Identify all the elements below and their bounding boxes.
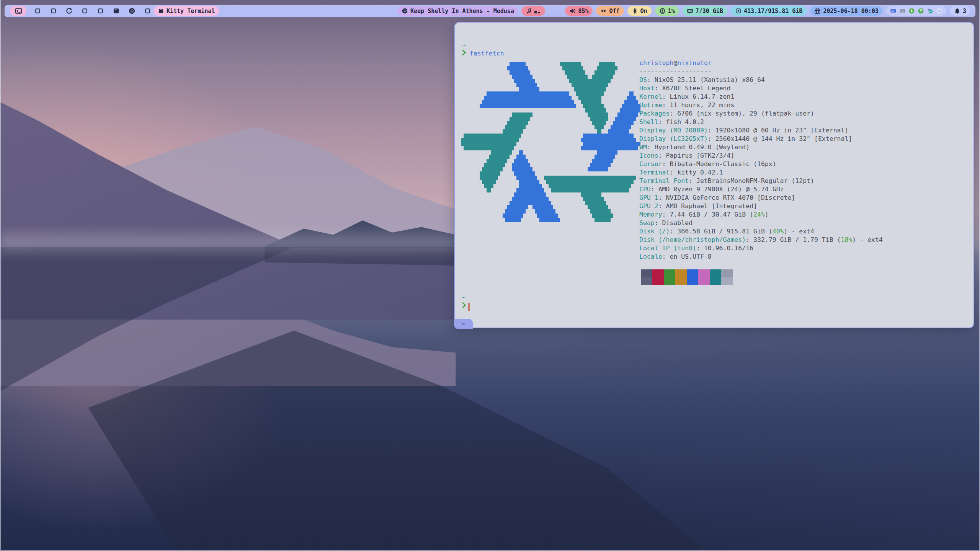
fastfetch-output: christoph@nixinator-------------------OS… — [639, 59, 883, 261]
desktop: Kitty Terminal Keep Shelly In Athens - M… — [0, 0, 980, 551]
status-label: 2025-06-18 00:03 — [823, 8, 879, 15]
fastfetch-line: christoph@nixinator — [639, 59, 883, 67]
status-label: 85% — [578, 8, 588, 15]
palette-swatch — [652, 269, 664, 277]
prompt-cwd: ~ — [462, 293, 466, 302]
status-label: 413.17/915.81 GiB — [744, 8, 803, 15]
palette-swatch — [664, 277, 675, 285]
square-icon — [97, 7, 104, 15]
window-icon — [113, 7, 120, 15]
workspace-6[interactable] — [96, 7, 105, 16]
ram-icon — [687, 8, 693, 14]
tray-icon-spotify-light[interactable] — [936, 8, 942, 14]
tray-icon-sync-check[interactable] — [927, 8, 933, 14]
status-idle-inhibitor[interactable]: Off — [596, 6, 624, 16]
fastfetch-line: Uptime: 11 hours, 22 mins — [639, 101, 883, 109]
terminal-color-palette — [641, 269, 733, 285]
workspace-3[interactable] — [49, 7, 58, 16]
tray-icon-keyboard-blue[interactable] — [890, 8, 897, 14]
status-disk[interactable]: 413.17/915.81 GiB — [731, 6, 807, 16]
status-clock[interactable]: 2025-06-18 00:03 — [810, 6, 883, 16]
system-tray — [886, 6, 946, 16]
eye-icon — [600, 8, 607, 14]
fastfetch-line: ------------------- — [639, 67, 883, 76]
prompt-cwd: ~ — [462, 41, 466, 49]
nixos-logo — [461, 58, 640, 226]
palette-swatch — [664, 269, 675, 277]
square-icon — [50, 7, 57, 15]
media-player[interactable]: Keep Shelly In Athens - Medusa — [397, 6, 518, 16]
status-label: On — [640, 8, 647, 15]
notifications-button[interactable]: 3 — [950, 6, 970, 16]
fastfetch-line: OS: NixOS 25.11 (Xantusia) x86_64 — [639, 76, 883, 84]
media-modules: Keep Shelly In Athens - Medusa — [397, 6, 545, 16]
workspace-4[interactable] — [64, 7, 74, 16]
fastfetch-line: Disk (/): 366.58 GiB / 915.81 GiB (40%) … — [639, 227, 883, 236]
fastfetch-line: GPU 1: NVIDIA GeForce RTX 4070 [Discrete… — [639, 194, 883, 202]
terminal-tab[interactable]: ~ — [454, 319, 473, 329]
spotify-icon — [402, 8, 408, 14]
calendar-icon — [814, 8, 821, 14]
active-window-title[interactable]: Kitty Terminal — [154, 6, 219, 16]
palette-swatch — [675, 269, 687, 277]
palette-swatch — [652, 277, 664, 285]
status-label: Off — [609, 8, 619, 15]
workspace-9[interactable] — [143, 7, 152, 16]
workspace-2[interactable] — [33, 7, 42, 16]
workspace-5[interactable] — [80, 7, 89, 16]
palette-swatch — [698, 277, 710, 285]
status-cpu[interactable]: 1% — [655, 6, 679, 16]
bluetooth-icon — [632, 8, 638, 14]
square-icon — [144, 7, 151, 15]
palette-swatch — [641, 277, 652, 285]
workspace-8[interactable] — [127, 7, 136, 16]
tray-icon-update-green[interactable] — [908, 8, 915, 14]
fastfetch-line: Terminal: kitty 0.42.1 — [639, 168, 883, 177]
fastfetch-line: Locale: en_US.UTF-8 — [639, 253, 883, 261]
audio-visualizer[interactable] — [521, 6, 545, 16]
workspace-switcher — [10, 5, 152, 16]
palette-swatch — [641, 269, 652, 277]
visualizer-bars — [534, 8, 541, 14]
workspace-7[interactable] — [111, 7, 121, 16]
palette-swatch — [721, 269, 733, 277]
palette-swatch — [687, 269, 698, 277]
speaker-icon — [569, 8, 576, 14]
status-label: 7/30 GiB — [696, 8, 723, 15]
tray-icon-keepassxc[interactable] — [918, 8, 924, 14]
palette-swatch — [710, 269, 721, 277]
fastfetch-line: WM: Hyprland 0.49.0 (Wayland) — [639, 143, 883, 152]
status-bluetooth[interactable]: On — [627, 6, 652, 16]
fastfetch-line: Shell: fish 4.0.2 — [639, 118, 883, 126]
kitty-terminal-window[interactable]: ~ fastfetch christoph@nixinator---------… — [454, 22, 974, 328]
palette-swatch — [721, 277, 733, 285]
cat-icon — [158, 8, 164, 14]
bell-icon — [954, 8, 960, 14]
fastfetch-line: Packages: 6706 (nix-system), 29 (flatpak… — [639, 109, 883, 118]
status-label: 1% — [668, 8, 675, 15]
command-line: fastfetch — [462, 49, 504, 58]
fastfetch-line: Disk (/home/christoph/Games): 332.79 GiB… — [639, 236, 883, 244]
tray-icon-keyboard-grey[interactable] — [899, 8, 906, 14]
fastfetch-line: Terminal Font: JetBrainsMonoNFM-Regular … — [639, 177, 883, 185]
fastfetch-line: Icons: Papirus [GTK2/3/4] — [639, 152, 883, 160]
command-text: fastfetch — [470, 50, 504, 57]
square-icon — [81, 7, 88, 15]
palette-swatch — [675, 277, 687, 285]
fastfetch-line: Display (LC32G5xT): 980x551 @ 144 Hz i… — [639, 135, 883, 143]
workspace-1[interactable] — [10, 6, 26, 16]
palette-row-normal — [641, 269, 733, 277]
fastfetch-line: Kernel: Linux 6.14.7-zen1 — [639, 93, 883, 101]
palette-swatch — [698, 269, 710, 277]
terminal-icon — [15, 7, 22, 15]
status-memory[interactable]: 7/30 GiB — [683, 6, 727, 16]
notification-count: 3 — [963, 8, 966, 15]
fastfetch-line: GPU 2: AMD Raphael [Integrated] — [639, 202, 883, 210]
status-pills: 85%OffOn1%7/30 GiB413.17/915.81 GiB2025-… — [565, 6, 883, 16]
fastfetch-line: CPU: AMD Ryzen 9 7900X (24) @ 5.74 GHz — [639, 185, 883, 194]
fastfetch-line: Memory: 7.44 GiB / 30.47 GiB (24%) — [639, 210, 883, 219]
square-icon — [34, 7, 41, 15]
cpu-icon — [659, 8, 666, 14]
fastfetch-line: Cursor: Bibata-Modern-Classic (16px) — [639, 160, 883, 168]
status-volume[interactable]: 85% — [565, 6, 593, 16]
